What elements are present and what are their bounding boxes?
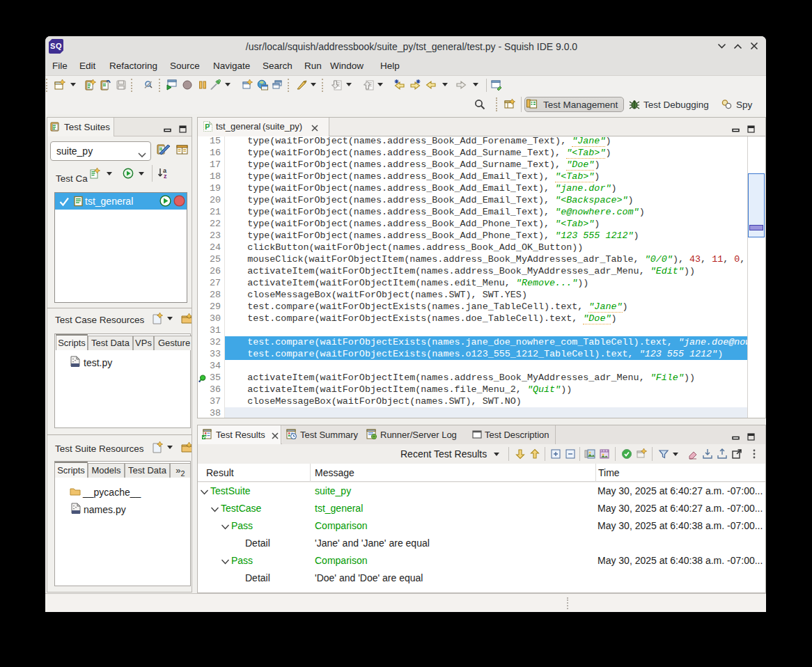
svg-text:P: P xyxy=(205,123,210,131)
svg-text:z: z xyxy=(164,173,167,179)
